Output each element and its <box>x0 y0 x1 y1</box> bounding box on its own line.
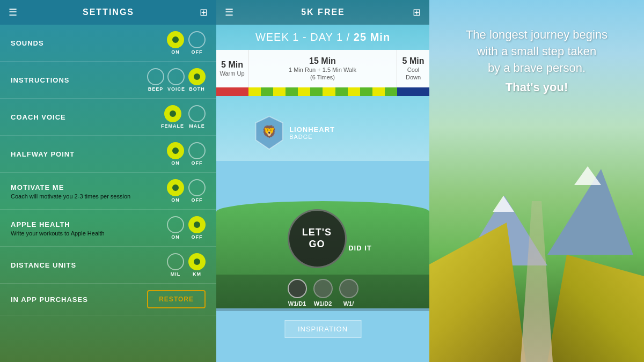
instructions-voice-toggle[interactable]: VOICE <box>167 68 185 92</box>
apple-health-off-circle[interactable] <box>188 216 206 233</box>
day-w1d3-label: W1/ <box>343 300 354 307</box>
warmup-segment[interactable]: 5 Min Warm Up <box>216 50 248 87</box>
in-app-purchases-label: IN APP PURCHASES <box>11 295 147 304</box>
settings-title: SETTINGS <box>17 8 200 17</box>
coach-female-inner <box>170 110 176 117</box>
settings-content: SOUNDS ON OFF INSTRUCTIONS <box>0 25 216 362</box>
instructions-both-label: BOTH <box>189 86 205 92</box>
settings-panel: ☰ SETTINGS ⊞ SOUNDS ON OFF INS <box>0 0 216 362</box>
instructions-both-circle[interactable] <box>188 68 206 85</box>
apple-health-off-inner <box>194 221 200 228</box>
sounds-off-toggle[interactable]: OFF <box>188 31 206 55</box>
halfway-on-toggle[interactable]: ON <box>167 142 184 166</box>
apple-health-off-toggle[interactable]: OFF <box>188 216 206 240</box>
expand-icon[interactable]: ⊞ <box>200 6 208 18</box>
motivate-on-circle[interactable] <box>167 179 184 196</box>
mountain-snow-right <box>574 166 601 185</box>
day-w1d2-button[interactable]: W1/D2 <box>313 279 333 307</box>
motivate-off-circle[interactable] <box>188 179 206 196</box>
instructions-beep-label: BEEP <box>148 86 164 92</box>
sounds-on-toggle[interactable]: ON <box>167 31 184 55</box>
apple-health-toggle-group: ON OFF <box>167 216 206 240</box>
halfway-off-toggle[interactable]: OFF <box>188 142 206 166</box>
apple-health-on-label: ON <box>171 234 180 240</box>
coach-female-toggle[interactable]: FEMALE <box>161 105 184 129</box>
distance-km-toggle[interactable]: KM <box>188 253 206 277</box>
did-it-button[interactable]: DID IT <box>348 244 372 252</box>
day-w1d2-circle <box>313 279 333 298</box>
badge-sublabel: BADGE <box>289 134 335 140</box>
cooldown-segment[interactable]: 5 Min Cool Down <box>397 50 429 87</box>
sounds-off-circle[interactable] <box>188 31 206 48</box>
distance-km-circle[interactable] <box>188 253 206 270</box>
cooldown-label: Cool Down <box>400 66 426 82</box>
apple-health-on-circle[interactable] <box>167 216 184 233</box>
coach-voice-row: COACH VOICE FEMALE MALE <box>0 99 216 136</box>
workout-expand-icon[interactable]: ⊞ <box>413 6 421 18</box>
main-sublabel: (6 Times) <box>310 73 335 81</box>
main-segment[interactable]: 15 Min 1 Min Run + 1.5 Min Walk (6 Times… <box>248 50 397 87</box>
apple-health-sublabel: Write your workouts to Apple Health <box>11 230 167 237</box>
workout-title: 5K FREE <box>233 8 413 17</box>
distance-km-label: KM <box>193 271 201 277</box>
in-app-purchases-row: IN APP PURCHASES RESTORE <box>0 284 216 315</box>
distance-mil-label: MIL <box>171 271 181 277</box>
progress-cooldown <box>397 87 429 96</box>
motivate-on-toggle[interactable]: ON <box>167 179 184 203</box>
workout-header: ☰ 5K FREE ⊞ <box>216 0 429 25</box>
inspiration-quote-overlay: The longest journey begins with a small … <box>429 16 644 107</box>
distance-mil-circle[interactable] <box>167 253 184 270</box>
warmup-min: 5 Min <box>221 60 243 70</box>
day-w1d1-circle <box>288 279 307 298</box>
inspiration-panel: The longest journey begins with a small … <box>429 0 644 362</box>
coach-female-circle[interactable] <box>164 105 181 122</box>
halfway-off-circle[interactable] <box>188 142 206 159</box>
day-w1d1-button[interactable]: W1/D1 <box>288 279 307 307</box>
restore-button[interactable]: RESTORE <box>147 290 206 308</box>
motivate-off-toggle[interactable]: OFF <box>188 179 206 203</box>
lets-go-label: LET'SGO <box>302 227 332 250</box>
day-w1d3-circle <box>339 279 358 298</box>
instructions-both-toggle[interactable]: BOTH <box>188 68 206 92</box>
warmup-label: Warm Up <box>219 70 244 77</box>
badge-name: LIONHEART <box>289 125 335 134</box>
progress-warmup <box>216 87 248 96</box>
week-label: WEEK 1 - DAY 1 / <box>255 31 350 43</box>
workout-hamburger-icon[interactable]: ☰ <box>225 6 233 18</box>
instructions-beep-circle[interactable] <box>147 68 164 85</box>
lets-go-button[interactable]: LET'SGO <box>288 209 347 268</box>
mountain-snow-left <box>493 196 514 212</box>
halfway-point-row: HALFWAY POINT ON OFF <box>0 136 216 173</box>
hamburger-icon[interactable]: ☰ <box>9 6 17 18</box>
instructions-voice-circle[interactable] <box>167 68 185 85</box>
motivate-on-label: ON <box>171 197 180 203</box>
distance-km-inner <box>194 258 200 265</box>
coach-male-circle[interactable] <box>188 105 206 122</box>
quote-line1: The longest journey begins <box>466 28 608 41</box>
halfway-on-label: ON <box>171 160 180 166</box>
motivate-me-sublabel: Coach will motivate you 2-3 times per se… <box>11 193 167 200</box>
apple-health-on-toggle[interactable]: ON <box>167 216 184 240</box>
instructions-beep-toggle[interactable]: BEEP <box>147 68 164 92</box>
main-label: 1 Min Run + 1.5 Min Walk <box>289 66 356 73</box>
settings-header: ☰ SETTINGS ⊞ <box>0 0 216 25</box>
sounds-off-label: OFF <box>192 49 203 55</box>
inspiration-button[interactable]: INSPIRATION <box>284 320 361 338</box>
workout-week-title: WEEK 1 - DAY 1 / 25 Min <box>255 31 390 43</box>
halfway-toggle-group: ON OFF <box>167 142 206 166</box>
progress-main <box>248 87 397 96</box>
halfway-on-circle[interactable] <box>167 142 184 159</box>
apple-health-label: APPLE HEALTH <box>11 220 70 228</box>
coach-voice-toggle-group: FEMALE MALE <box>161 105 206 129</box>
inspiration-quote: The longest journey begins with a small … <box>445 27 628 96</box>
motivate-on-inner <box>172 184 179 191</box>
coach-voice-label: COACH VOICE <box>11 113 161 121</box>
coach-male-toggle[interactable]: MALE <box>188 105 206 129</box>
svg-text:🦁: 🦁 <box>262 124 277 139</box>
quote-strong: That's you! <box>445 79 628 96</box>
instructions-both-inner <box>194 73 200 80</box>
instructions-row: INSTRUCTIONS BEEP VOICE BOTH <box>0 62 216 99</box>
sounds-on-circle[interactable] <box>167 31 184 48</box>
distance-mil-toggle[interactable]: MIL <box>167 253 184 277</box>
day-w1d3-button[interactable]: W1/ <box>339 279 358 307</box>
